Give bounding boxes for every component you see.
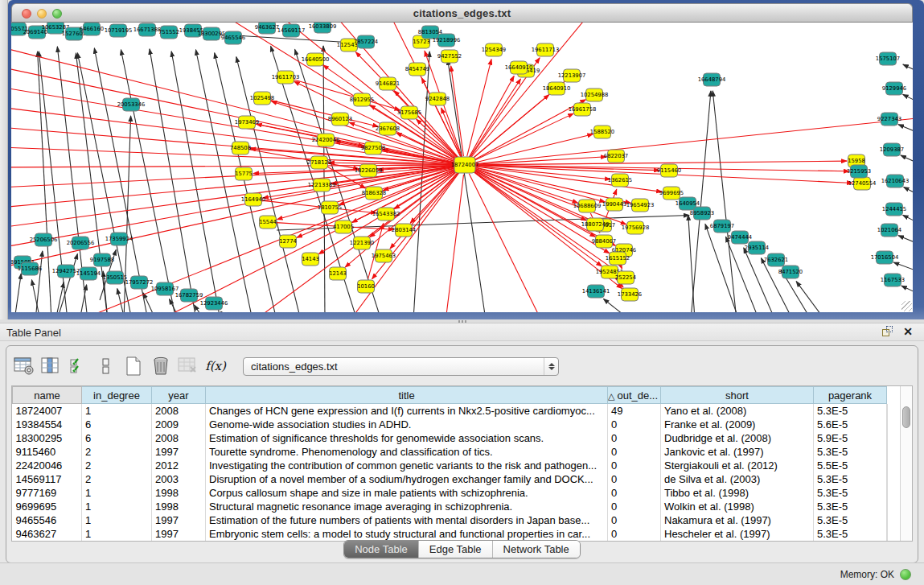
table-row[interactable]: 969969511998Structural magnetic resonanc…: [13, 500, 888, 513]
network-node[interactable]: 8958923: [690, 207, 714, 220]
citation-edge-red[interactable]: [271, 101, 456, 163]
new-document-icon[interactable]: [121, 353, 146, 379]
citation-edge-black[interactable]: [901, 155, 913, 164]
function-builder-icon[interactable]: f(x): [203, 353, 228, 379]
network-node[interactable]: 12740554: [848, 177, 877, 190]
citation-edge-black[interactable]: [903, 215, 913, 224]
network-node[interactable]: 1350515: [103, 271, 127, 284]
table-selector-dropdown[interactable]: citations_edges.txt: [243, 357, 559, 376]
network-node[interactable]: 15775: [235, 167, 253, 180]
citation-edge-black[interactable]: [221, 311, 230, 312]
network-node[interactable]: 1221390: [350, 237, 374, 249]
network-node[interactable]: 16671388: [133, 23, 162, 36]
network-node[interactable]: 10254988: [581, 89, 609, 101]
network-node[interactable]: 9129946: [882, 82, 906, 95]
tab-edge-table[interactable]: Edge Table: [419, 541, 493, 558]
citation-edge-red[interactable]: [469, 174, 542, 312]
network-node[interactable]: 1115686: [18, 262, 42, 275]
network-node[interactable]: 19756928: [622, 221, 650, 234]
network-node[interactable]: 1145194: [76, 267, 101, 280]
network-node[interactable]: 18640910: [543, 82, 571, 95]
network-node[interactable]: 20053346: [117, 98, 146, 111]
network-node[interactable]: 9465546: [221, 31, 245, 44]
table-row[interactable]: 911546021997Tourette syndrome. Phenomeno…: [13, 445, 888, 459]
network-node[interactable]: 16648794: [698, 73, 726, 86]
network-node[interactable]: 748508: [230, 142, 251, 154]
network-node[interactable]: 1025498: [250, 92, 274, 105]
network-window-titlebar[interactable]: citations_edges.txt: [11, 3, 913, 23]
column-header-pagerank[interactable]: pagerank: [814, 387, 887, 404]
network-node[interactable]: 10688609: [573, 200, 602, 212]
network-node[interactable]: 14569117: [277, 24, 306, 37]
network-node[interactable]: 9827508: [361, 142, 385, 154]
network-node[interactable]: 9197588: [90, 253, 114, 266]
network-node[interactable]: 1254349: [482, 43, 506, 56]
network-node[interactable]: 1362615: [608, 174, 632, 187]
network-node[interactable]: 8454749: [405, 63, 429, 76]
column-header-in_degree[interactable]: in_degree: [82, 387, 152, 404]
citation-edge-red[interactable]: [11, 166, 455, 187]
network-node[interactable]: 1973469: [235, 116, 259, 129]
column-settings-icon[interactable]: [39, 353, 64, 379]
network-node[interactable]: 1021064: [877, 224, 901, 237]
network-node[interactable]: 6879197: [710, 220, 734, 233]
network-node[interactable]: 8912955: [350, 93, 374, 106]
network-node[interactable]: 8960123: [328, 113, 352, 126]
citation-edge-black[interactable]: [60, 253, 77, 312]
network-node[interactable]: 1164940: [241, 193, 265, 206]
network-node[interactable]: 417005: [333, 220, 354, 233]
network-node[interactable]: 25206506: [30, 233, 58, 246]
network-node[interactable]: 1975463: [372, 249, 396, 262]
citation-edge-red[interactable]: [11, 165, 455, 167]
network-node[interactable]: 15544: [259, 216, 277, 229]
network-node[interactable]: 14136141: [582, 285, 610, 298]
network-canvas[interactable]: 1872400792428483175685236760898275081822…: [11, 23, 913, 312]
network-node[interactable]: 6466160: [80, 23, 104, 35]
network-node[interactable]: 9242848: [425, 93, 450, 105]
citation-edge-black[interactable]: [796, 282, 825, 312]
resize-grip-icon[interactable]: [901, 301, 912, 311]
citation-edge-black[interactable]: [413, 51, 429, 312]
network-node[interactable]: 2935114: [745, 241, 769, 254]
network-node[interactable]: 10719195: [105, 24, 133, 37]
network-node[interactable]: 14143: [302, 253, 319, 266]
citation-edge-black[interactable]: [903, 64, 913, 72]
tab-node-table[interactable]: Node Table: [344, 541, 419, 558]
network-node[interactable]: 7857224: [354, 35, 378, 48]
network-node[interactable]: 16033809: [309, 23, 337, 33]
minimize-window-button[interactable]: [37, 9, 47, 19]
citation-edge-black[interactable]: [898, 125, 913, 134]
citation-edge-red[interactable]: [470, 79, 520, 158]
network-node[interactable]: 1810755: [318, 201, 342, 214]
citation-edge-red[interactable]: [390, 171, 459, 249]
network-node[interactable]: 751552: [158, 26, 179, 39]
network-node[interactable]: 17957272: [125, 276, 154, 289]
network-node[interactable]: 2367608: [376, 122, 400, 135]
citation-edge-black[interactable]: [448, 60, 486, 312]
citation-edge-red[interactable]: [257, 124, 456, 163]
table-row[interactable]: 977716911998Corpus callosum shape and si…: [13, 486, 888, 500]
citation-edge-black[interactable]: [903, 94, 913, 103]
left-panel-edge[interactable]: [0, 0, 8, 319]
network-node[interactable]: 1733426: [618, 288, 642, 301]
network-node[interactable]: 2803144: [392, 224, 416, 237]
citation-edge-black[interactable]: [898, 236, 913, 245]
network-node[interactable]: 1575107: [876, 52, 900, 65]
network-node[interactable]: 19654923: [626, 199, 655, 212]
table-row[interactable]: 1872400712008Changes of HCN gene express…: [13, 404, 888, 418]
network-node[interactable]: 9227343: [877, 113, 901, 126]
network-node[interactable]: 3215953: [847, 165, 871, 178]
network-node[interactable]: 16210643: [881, 175, 910, 187]
network-node[interactable]: 1588520: [590, 126, 614, 138]
delete-table-icon[interactable]: [175, 353, 201, 379]
network-node[interactable]: 12774: [279, 235, 297, 248]
column-header-short[interactable]: short: [661, 387, 814, 404]
network-node[interactable]: 1990445: [602, 198, 626, 211]
network-node[interactable]: 9146821: [376, 77, 400, 90]
network-node[interactable]: 8471520: [778, 266, 803, 278]
network-node[interactable]: 6822037: [604, 150, 628, 163]
network-node[interactable]: 19611713: [532, 43, 560, 56]
citation-edge-black[interactable]: [38, 51, 51, 312]
citation-edge-black[interactable]: [150, 49, 196, 312]
column-narrow-icon[interactable]: [93, 353, 119, 379]
